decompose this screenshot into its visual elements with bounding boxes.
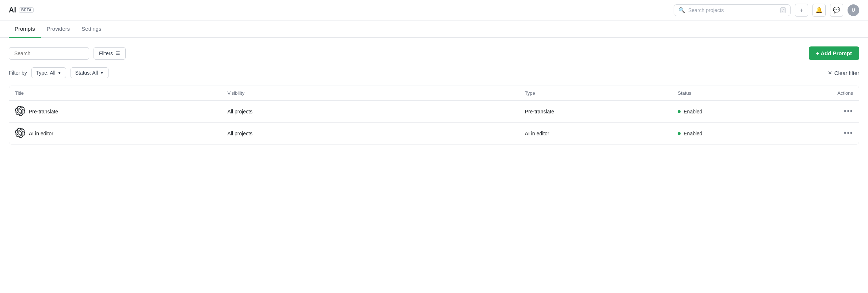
add-prompt-label: + Add Prompt	[816, 50, 852, 56]
cell-title: Pre-translate	[9, 101, 222, 123]
status-dot	[678, 132, 681, 135]
filter-by-label: Filter by	[9, 70, 27, 76]
notifications-button[interactable]: 🔔	[812, 4, 826, 17]
table-row: Pre-translate All projects Pre-translate…	[9, 101, 859, 123]
type-filter-label: Type: All	[36, 70, 56, 76]
main-tabs: Prompts Providers Settings	[0, 20, 868, 38]
filters-label: Filters	[99, 50, 113, 56]
cell-status: Enabled	[672, 123, 774, 144]
col-header-type: Type	[519, 86, 672, 101]
search-input[interactable]	[9, 47, 89, 60]
status-text: Enabled	[684, 131, 702, 136]
status-filter-dropdown[interactable]: Status: All ▼	[71, 67, 108, 78]
prompts-table-container: Title Visibility Type Status Actions	[9, 86, 859, 144]
search-icon: 🔍	[678, 7, 685, 14]
tab-settings[interactable]: Settings	[76, 20, 107, 38]
add-button[interactable]: +	[795, 4, 808, 17]
type-filter-dropdown[interactable]: Type: All ▼	[31, 67, 66, 78]
cell-status: Enabled	[672, 101, 774, 123]
global-search-bar[interactable]: 🔍 Search projects /	[674, 4, 791, 16]
table-header-row: Title Visibility Type Status Actions	[9, 86, 859, 101]
filter-bar: Filter by Type: All ▼ Status: All ▼ ✕ Cl…	[9, 67, 859, 78]
openai-icon	[15, 106, 25, 117]
main-content: Filters ☰ + Add Prompt Filter by Type: A…	[0, 38, 868, 153]
cell-type: AI in editor	[519, 123, 672, 144]
avatar-initials: U	[852, 7, 855, 13]
chat-icon: 💬	[833, 7, 840, 14]
bell-icon: 🔔	[815, 7, 823, 14]
plus-icon: +	[800, 7, 803, 14]
status-filter-label: Status: All	[75, 70, 98, 76]
row-title-text[interactable]: AI in editor	[29, 131, 53, 136]
status-text: Enabled	[684, 109, 702, 114]
chat-button[interactable]: 💬	[830, 4, 843, 17]
chevron-down-icon: ▼	[58, 71, 61, 75]
more-actions-icon[interactable]: •••	[844, 108, 853, 115]
cell-visibility: All projects	[222, 101, 519, 123]
cell-title: AI in editor	[9, 123, 222, 144]
tab-prompts[interactable]: Prompts	[9, 20, 41, 38]
more-actions-icon[interactable]: •••	[844, 129, 853, 137]
search-placeholder-text: Search projects	[688, 7, 724, 13]
prompts-table: Title Visibility Type Status Actions	[9, 86, 859, 144]
status-dot	[678, 110, 681, 113]
toolbar: Filters ☰ + Add Prompt	[9, 46, 859, 60]
row-title-text[interactable]: Pre-translate	[29, 109, 58, 114]
col-header-status: Status	[672, 86, 774, 101]
add-prompt-button[interactable]: + Add Prompt	[809, 46, 859, 60]
col-header-visibility: Visibility	[222, 86, 519, 101]
table-row: AI in editor All projects AI in editor E…	[9, 123, 859, 144]
app-header: AI BETA 🔍 Search projects / + 🔔 💬 U	[0, 0, 868, 20]
cell-actions[interactable]: •••	[774, 101, 859, 123]
filter-icon: ☰	[116, 50, 120, 56]
clear-filter-label: Clear filter	[834, 70, 859, 76]
logo-text: AI	[9, 6, 16, 14]
cell-visibility: All projects	[222, 123, 519, 144]
clear-filter-button[interactable]: ✕ Clear filter	[828, 70, 859, 76]
close-icon: ✕	[828, 70, 832, 76]
search-shortcut-kbd: /	[780, 7, 786, 13]
beta-badge: BETA	[19, 7, 34, 13]
tab-providers[interactable]: Providers	[41, 20, 76, 38]
chevron-down-icon: ▼	[100, 71, 104, 75]
col-header-title: Title	[9, 86, 222, 101]
cell-actions[interactable]: •••	[774, 123, 859, 144]
filters-button[interactable]: Filters ☰	[94, 47, 126, 60]
avatar[interactable]: U	[848, 4, 859, 16]
cell-type: Pre-translate	[519, 101, 672, 123]
col-header-actions: Actions	[774, 86, 859, 101]
app-logo: AI BETA	[9, 6, 34, 14]
openai-icon	[15, 128, 25, 139]
